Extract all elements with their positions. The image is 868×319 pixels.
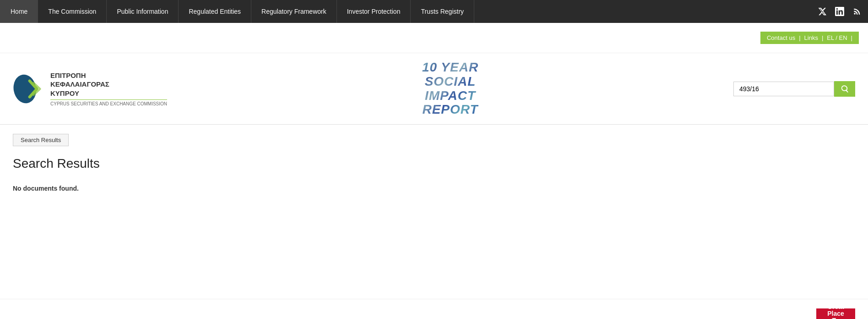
nav-label-regulated-entities: Regulated Entities <box>189 8 241 15</box>
search-icon <box>841 85 849 93</box>
nav-item-regulatory-framework[interactable]: Regulatory Framework <box>251 0 337 23</box>
nav-label-investor-protection: Investor Protection <box>347 8 401 15</box>
nav-label-commission: The Commission <box>48 8 96 15</box>
sep3: | <box>851 34 852 41</box>
nav-items: Home The Commission Public Information R… <box>0 0 811 23</box>
main-content: Search Results Search Results No documen… <box>0 125 868 299</box>
search-button[interactable] <box>834 81 855 97</box>
nav-label-public-info: Public Information <box>117 8 168 15</box>
contact-bar[interactable]: Contact us | Links | EL / EN | <box>760 32 859 44</box>
no-documents-message: No documents found. <box>13 185 855 192</box>
breadcrumb-label: Search Results <box>21 137 61 143</box>
nav-label-home: Home <box>11 8 27 15</box>
twitter-icon[interactable] <box>816 5 829 18</box>
nav-item-public-info[interactable]: Public Information <box>107 0 179 23</box>
linkedin-icon[interactable] <box>833 5 846 18</box>
breadcrumb[interactable]: Search Results <box>13 134 69 146</box>
footer-area: Πιστοποιημένος εργοδότης Great Place to … <box>0 299 868 319</box>
links-label: Links <box>804 34 818 41</box>
greek-title: ΕΠΙΤΡΟΠΗ ΚΕΦΑΛΑΙΑΓΟΡΑΣ ΚΥΠΡΟΥ <box>50 71 167 98</box>
nav-item-commission[interactable]: The Commission <box>38 0 107 23</box>
commission-logo-icon <box>13 73 45 105</box>
search-area <box>733 81 855 97</box>
sep2: | <box>822 34 823 41</box>
language-label: EL / EN <box>827 34 847 41</box>
nav-item-investor-protection[interactable]: Investor Protection <box>337 0 411 23</box>
logo-area: ΕΠΙΤΡΟΠΗ ΚΕΦΑΛΑΙΑΓΟΡΑΣ ΚΥΠΡΟΥ CYPRUS SEC… <box>13 71 167 107</box>
page-title: Search Results <box>13 156 855 171</box>
nav-item-trusts-registry[interactable]: Trusts Registry <box>411 0 474 23</box>
svg-point-0 <box>13 73 38 105</box>
nav-item-home[interactable]: Home <box>0 0 38 23</box>
english-title: CYPRUS SECURITIES AND EXCHANGE COMMISSIO… <box>50 99 167 106</box>
second-header: ΕΠΙΤΡΟΠΗ ΚΕΦΑΛΑΙΑΓΟΡΑΣ ΚΥΠΡΟΥ CYPRUS SEC… <box>0 53 868 125</box>
top-navigation: Home The Commission Public Information R… <box>0 0 868 23</box>
sep1: | <box>799 34 800 41</box>
gptw-badge: Great Place To Work. Certified MAY2020-M… <box>816 308 855 319</box>
impact-banner: 10 YEAR SOCIAL IMPACT REPORT <box>422 60 478 117</box>
search-input[interactable] <box>733 82 834 96</box>
nav-item-regulated-entities[interactable]: Regulated Entities <box>179 0 251 23</box>
nav-label-trusts-registry: Trusts Registry <box>421 8 464 15</box>
rss-icon[interactable] <box>851 5 863 18</box>
logo-text: ΕΠΙΤΡΟΠΗ ΚΕΦΑΛΑΙΑΓΟΡΑΣ ΚΥΠΡΟΥ CYPRUS SEC… <box>50 71 167 107</box>
nav-label-regulatory-framework: Regulatory Framework <box>261 8 326 15</box>
header-bar: Contact us | Links | EL / EN | <box>0 23 868 53</box>
social-icons-group <box>811 0 868 23</box>
contact-label: Contact us <box>767 34 795 41</box>
